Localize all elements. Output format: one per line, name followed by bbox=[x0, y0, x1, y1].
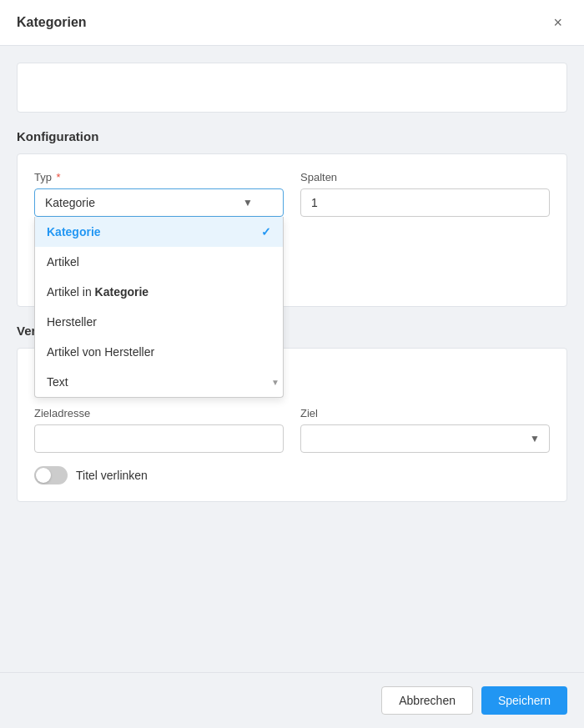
modal-title: Kategorien bbox=[17, 15, 87, 30]
dropdown-item-artikel-in-kategorie[interactable]: Artikel in Kategorie bbox=[35, 277, 283, 307]
ziel-form-group: Ziel ▼ bbox=[300, 407, 550, 453]
spalten-input[interactable] bbox=[300, 188, 550, 217]
dropdown-item-artikel-von-hersteller-label: Artikel von Hersteller bbox=[47, 345, 154, 359]
dropdown-item-text-label: Text bbox=[47, 375, 68, 389]
dropdown-item-hersteller-label: Hersteller bbox=[47, 315, 97, 329]
close-button[interactable]: × bbox=[548, 13, 567, 32]
typ-form-group: Typ * Kategorie ▼ Kategorie ✓ bbox=[34, 171, 284, 217]
dropdown-item-hersteller[interactable]: Hersteller bbox=[35, 307, 283, 337]
spalten-label: Spalten bbox=[300, 171, 550, 183]
required-star: * bbox=[53, 171, 61, 183]
dropdown-item-artikel[interactable]: Artikel bbox=[35, 247, 283, 277]
modal-wrapper: Kategorien × Konfiguration Typ * Kategor… bbox=[0, 0, 584, 728]
konfiguration-card: Typ * Kategorie ▼ Kategorie ✓ bbox=[17, 153, 567, 307]
zieladresse-input[interactable] bbox=[34, 424, 284, 453]
dropdown-scroll-arrow-icon: ▼ bbox=[271, 378, 279, 387]
spalten-form-group: Spalten bbox=[300, 171, 550, 217]
dropdown-item-kategorie-label: Kategorie bbox=[47, 225, 101, 238]
typ-dropdown-list: Kategorie ✓ Artikel Artikel in Kategorie bbox=[34, 217, 284, 398]
top-card bbox=[17, 63, 567, 113]
titel-verlinken-toggle[interactable] bbox=[34, 466, 68, 484]
typ-dropdown-trigger[interactable]: Kategorie ▼ bbox=[34, 188, 284, 217]
ziel-select[interactable] bbox=[300, 424, 550, 453]
dropdown-item-kategorie[interactable]: Kategorie ✓ bbox=[35, 217, 283, 247]
typ-dropdown-wrapper: Kategorie ▼ Kategorie ✓ Artikel bbox=[34, 188, 284, 217]
typ-chevron-down-icon: ▼ bbox=[243, 197, 253, 208]
titel-verlinken-label: Titel verlinken bbox=[76, 469, 148, 482]
titel-verlinken-wrapper: Titel verlinken bbox=[34, 466, 550, 484]
dropdown-item-artikel-in-kategorie-label: Artikel in Kategorie bbox=[47, 285, 149, 299]
zieladresse-form-group: Zieladresse bbox=[34, 407, 284, 453]
save-button[interactable]: Speichern bbox=[481, 686, 567, 715]
ziel-label: Ziel bbox=[300, 407, 550, 419]
modal-header: Kategorien × bbox=[0, 0, 584, 46]
zieladresse-label: Zieladresse bbox=[34, 407, 284, 419]
ziel-select-wrapper: ▼ bbox=[300, 424, 550, 453]
check-icon: ✓ bbox=[261, 225, 271, 238]
modal-body: Konfiguration Typ * Kategorie ▼ bbox=[0, 46, 584, 672]
modal-footer: Abbrechen Speichern bbox=[0, 672, 584, 728]
konfiguration-section-title: Konfiguration bbox=[17, 129, 567, 143]
dropdown-item-artikel-label: Artikel bbox=[47, 255, 79, 269]
typ-label: Typ * bbox=[34, 171, 284, 183]
dropdown-item-artikel-von-hersteller[interactable]: Artikel von Hersteller bbox=[35, 337, 283, 367]
cancel-button[interactable]: Abbrechen bbox=[381, 686, 473, 715]
dropdown-item-text[interactable]: Text ▼ bbox=[35, 367, 283, 397]
zieladresse-ziel-row: Zieladresse Ziel ▼ bbox=[34, 407, 550, 453]
typ-dropdown-value: Kategorie bbox=[45, 196, 95, 209]
typ-spalten-row: Typ * Kategorie ▼ Kategorie ✓ bbox=[34, 171, 550, 217]
